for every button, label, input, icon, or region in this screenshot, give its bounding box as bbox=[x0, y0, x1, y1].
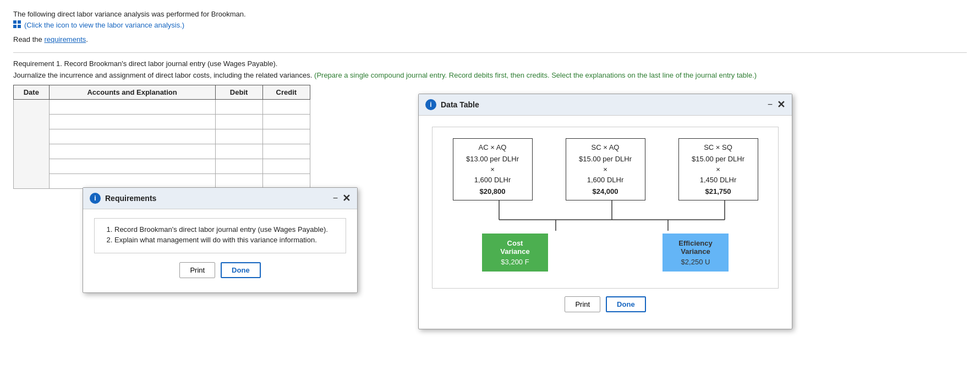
debit-cell-6[interactable] bbox=[215, 174, 262, 189]
data-close-button[interactable]: ✕ bbox=[777, 99, 785, 111]
account-cell-6[interactable] bbox=[49, 174, 215, 189]
table-row bbox=[14, 174, 310, 189]
divider bbox=[13, 52, 967, 53]
svg-rect-7 bbox=[18, 22, 21, 23]
debit-cell-1[interactable] bbox=[215, 100, 262, 115]
account-input-5[interactable] bbox=[50, 159, 215, 173]
credit-cell-4[interactable] bbox=[262, 144, 310, 159]
credit-input-1[interactable] bbox=[263, 100, 310, 114]
ac-aq-total: $20,800 bbox=[459, 187, 527, 196]
data-modal-title: Data Table bbox=[441, 100, 479, 109]
grid-icon bbox=[13, 20, 22, 29]
table-row bbox=[14, 100, 310, 115]
account-input-3[interactable] bbox=[50, 129, 215, 144]
requirements-modal-header: i Requirements − ✕ bbox=[83, 188, 357, 199]
sc-sq-rate: $15.00 per DLHr bbox=[685, 155, 752, 163]
data-modal-controls[interactable]: − ✕ bbox=[768, 99, 785, 111]
credit-cell-2[interactable] bbox=[262, 115, 310, 129]
account-input-2[interactable] bbox=[50, 115, 215, 129]
ac-aq-rate: $13.00 per DLHr bbox=[459, 155, 527, 163]
date-cell-1 bbox=[14, 100, 50, 189]
col-date: Date bbox=[14, 85, 50, 100]
instruction-text: Journalize the incurrence and assignment… bbox=[13, 71, 967, 79]
credit-input-4[interactable] bbox=[263, 144, 310, 159]
read-requirements-line: Read the requirements. bbox=[13, 35, 967, 44]
svg-rect-11 bbox=[18, 26, 21, 27]
sc-aq-qty: 1,600 DLHr bbox=[572, 176, 639, 184]
table-row bbox=[14, 115, 310, 129]
account-cell-5[interactable] bbox=[49, 159, 215, 174]
svg-rect-5 bbox=[13, 22, 17, 23]
debit-cell-4[interactable] bbox=[215, 144, 262, 159]
account-input-1[interactable] bbox=[50, 100, 215, 114]
ac-aq-qty: 1,600 DLHr bbox=[459, 176, 527, 184]
credit-input-3[interactable] bbox=[263, 129, 310, 144]
account-cell-4[interactable] bbox=[49, 144, 215, 159]
ac-aq-times: × bbox=[459, 165, 527, 173]
icon-link-text: (Click the icon to view the labor varian… bbox=[24, 21, 184, 29]
table-row bbox=[14, 144, 310, 159]
svg-rect-9 bbox=[13, 26, 17, 27]
sc-aq-rate: $15.00 per DLHr bbox=[572, 155, 639, 163]
data-minimize-button[interactable]: − bbox=[768, 100, 773, 110]
sc-sq-times: × bbox=[685, 165, 752, 173]
journal-entry-table: Date Accounts and Explanation Debit Cred… bbox=[13, 85, 310, 189]
account-cell-3[interactable] bbox=[49, 129, 215, 144]
info-icon: i bbox=[90, 193, 101, 199]
credit-cell-3[interactable] bbox=[262, 129, 310, 144]
requirements-modal-title-area: i Requirements bbox=[90, 193, 156, 199]
account-cell-1[interactable] bbox=[49, 100, 215, 115]
intro-text: The following direct labor variance anal… bbox=[13, 10, 967, 18]
sc-sq-label: SC × SQ bbox=[685, 143, 752, 151]
requirement-title: Requirement 1. Record Brookman's direct … bbox=[13, 59, 967, 68]
table-row bbox=[14, 159, 310, 174]
debit-input-1[interactable] bbox=[216, 100, 262, 114]
icon-link[interactable]: (Click the icon to view the labor varian… bbox=[13, 20, 184, 29]
credit-cell-6[interactable] bbox=[262, 174, 310, 189]
requirements-link[interactable]: requirements bbox=[44, 35, 86, 44]
data-info-icon: i bbox=[425, 99, 436, 110]
col-credit: Credit bbox=[262, 85, 310, 100]
sc-aq-label: SC × AQ bbox=[572, 143, 639, 151]
credit-input-6[interactable] bbox=[263, 174, 310, 188]
debit-cell-5[interactable] bbox=[215, 159, 262, 174]
debit-input-3[interactable] bbox=[216, 129, 262, 144]
data-modal-header: i Data Table − ✕ bbox=[419, 94, 792, 116]
account-cell-2[interactable] bbox=[49, 115, 215, 129]
debit-input-5[interactable] bbox=[216, 159, 262, 173]
credit-input-2[interactable] bbox=[263, 115, 310, 129]
sc-aq-total: $24,000 bbox=[572, 187, 639, 196]
requirements-modal-title: Requirements bbox=[105, 194, 156, 199]
table-row bbox=[14, 129, 310, 144]
credit-input-5[interactable] bbox=[263, 159, 310, 173]
close-button[interactable]: ✕ bbox=[342, 192, 351, 199]
modal-controls[interactable]: − ✕ bbox=[333, 192, 351, 199]
data-table-modal: i Data Table − ✕ AC × AQ $13.00 per DLHr… bbox=[418, 94, 792, 199]
debit-cell-2[interactable] bbox=[215, 115, 262, 129]
debit-input-4[interactable] bbox=[216, 144, 262, 159]
ac-aq-label: AC × AQ bbox=[459, 143, 527, 151]
debit-cell-3[interactable] bbox=[215, 129, 262, 144]
account-input-6[interactable] bbox=[50, 174, 215, 188]
credit-cell-5[interactable] bbox=[262, 159, 310, 174]
sc-aq-box: SC × AQ $15.00 per DLHr × 1,600 DLHr $24… bbox=[566, 138, 645, 199]
debit-input-6[interactable] bbox=[216, 174, 262, 188]
debit-input-2[interactable] bbox=[216, 115, 262, 129]
account-input-4[interactable] bbox=[50, 144, 215, 159]
col-debit: Debit bbox=[215, 85, 262, 100]
minimize-button[interactable]: − bbox=[333, 193, 338, 199]
ac-aq-box: AC × AQ $13.00 per DLHr × 1,600 DLHr $20… bbox=[453, 138, 533, 199]
col-accounts: Accounts and Explanation bbox=[49, 85, 215, 100]
data-modal-title-area: i Data Table bbox=[425, 99, 479, 110]
requirements-modal: i Requirements − ✕ Record Brookman's dir… bbox=[83, 187, 358, 199]
sc-sq-qty: 1,450 DLHr bbox=[685, 176, 752, 184]
sc-aq-times: × bbox=[572, 165, 639, 173]
variance-diagram: AC × AQ $13.00 per DLHr × 1,600 DLHr $20… bbox=[432, 127, 779, 199]
data-modal-body: AC × AQ $13.00 per DLHr × 1,600 DLHr $20… bbox=[419, 116, 792, 199]
sc-sq-total: $21,750 bbox=[685, 187, 752, 196]
credit-cell-1[interactable] bbox=[262, 100, 310, 115]
sc-sq-box: SC × SQ $15.00 per DLHr × 1,450 DLHr $21… bbox=[678, 138, 758, 199]
